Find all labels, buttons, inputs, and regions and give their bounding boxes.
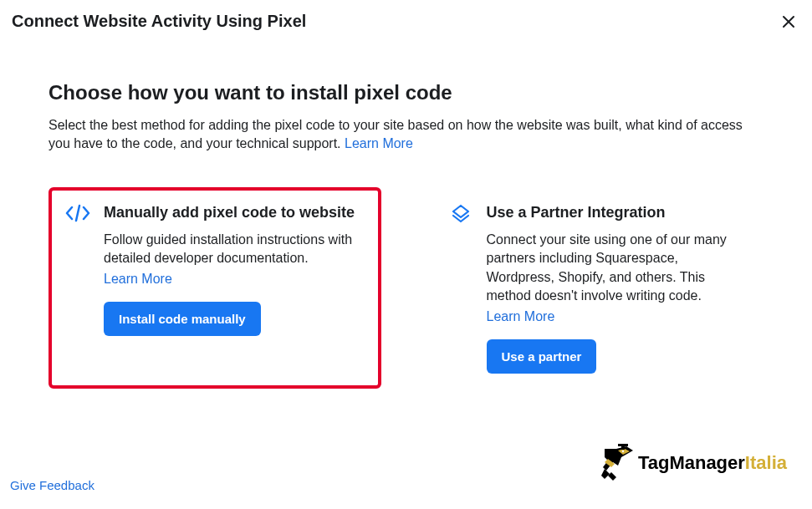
option-partner-title: Use a Partner Integration (487, 202, 748, 222)
partner-icon (448, 204, 473, 374)
main-description: Select the best method for adding the pi… (49, 116, 763, 154)
option-manual-learn-more[interactable]: Learn More (104, 272, 172, 287)
close-icon[interactable] (780, 13, 797, 30)
svg-rect-1 (621, 446, 625, 450)
dialog-title: Connect Website Activity Using Pixel (12, 12, 306, 31)
svg-point-2 (622, 450, 624, 452)
option-partner-body: Use a Partner Integration Connect your s… (487, 202, 748, 374)
option-manual-desc: Follow guided installation instructions … (104, 231, 365, 268)
install-options: Manually add pixel code to website Follo… (49, 187, 763, 389)
option-partner-card[interactable]: Use a Partner Integration Connect your s… (432, 187, 764, 389)
give-feedback-link[interactable]: Give Feedback (10, 478, 94, 492)
option-manual-body: Manually add pixel code to website Follo… (104, 202, 365, 374)
svg-rect-0 (618, 444, 628, 446)
learn-more-link[interactable]: Learn More (345, 136, 413, 150)
dialog-content: Choose how you want to install pixel cod… (0, 31, 812, 389)
woodpecker-icon (596, 442, 635, 484)
brand-logo: TagManagerItalia (596, 442, 787, 484)
use-partner-button[interactable]: Use a partner (487, 339, 597, 374)
dialog-header: Connect Website Activity Using Pixel (0, 0, 812, 31)
main-heading: Choose how you want to install pixel cod… (49, 81, 763, 104)
option-manual-title: Manually add pixel code to website (104, 202, 365, 222)
option-partner-desc: Connect your site using one of our many … (487, 231, 748, 306)
option-partner-learn-more[interactable]: Learn More (487, 309, 555, 324)
brand-text: TagManagerItalia (638, 452, 787, 474)
brand-prefix: TagManager (638, 452, 745, 473)
option-manual-card[interactable]: Manually add pixel code to website Follo… (49, 187, 381, 389)
code-icon (65, 204, 90, 374)
brand-suffix: Italia (745, 452, 787, 473)
install-manually-button[interactable]: Install code manually (104, 302, 261, 336)
